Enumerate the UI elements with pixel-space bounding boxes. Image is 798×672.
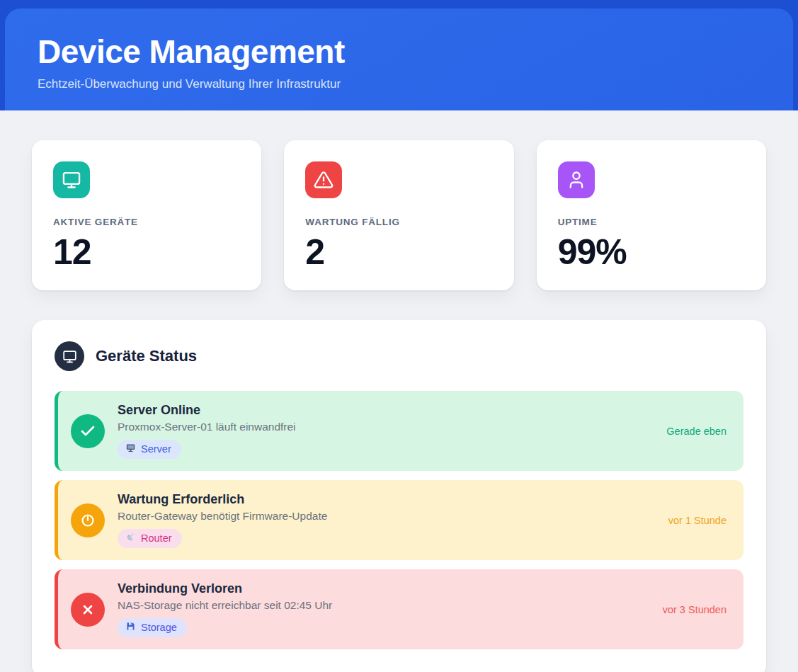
device-status-section: Geräte Status Server Online Proxmox-Serv… (32, 320, 766, 672)
status-item-timestamp: vor 1 Stunde (668, 515, 726, 526)
stats-row: AKTIVE GERÄTE 12 WARTUNG FÄLLIG 2 UPTIME… (32, 140, 766, 290)
monitor-icon (53, 161, 90, 198)
page-title: Device Management (38, 34, 760, 70)
status-item-body: Verbindung Verloren NAS-Storage nicht er… (118, 581, 332, 637)
status-section-title: Geräte Status (96, 347, 197, 365)
monitor-icon (55, 341, 84, 371)
device-type-badge: Server (118, 440, 181, 459)
badge-label: Storage (141, 622, 177, 633)
satellite-dish-icon (125, 532, 136, 545)
badge-label: Server (141, 443, 171, 455)
page-header: Device Management Echtzeit-Überwachung u… (5, 8, 793, 110)
status-item-timestamp: Gerade eben (666, 426, 726, 437)
stat-value: 99% (558, 232, 745, 273)
status-item-title: Verbindung Verloren (118, 581, 332, 596)
status-item-body: Server Online Proxmox-Server-01 läuft ei… (118, 403, 296, 459)
device-type-badge: Storage (118, 618, 187, 637)
desktop-computer-icon (125, 443, 136, 455)
x-icon (71, 593, 105, 627)
stat-card-active-devices: AKTIVE GERÄTE 12 (32, 140, 261, 290)
user-icon (558, 161, 595, 198)
stat-value: 2 (305, 232, 492, 273)
status-item-timestamp: vor 3 Stunden (663, 604, 726, 615)
stat-label: UPTIME (558, 217, 745, 227)
status-item-connection-lost[interactable]: Verbindung Verloren NAS-Storage nicht er… (55, 569, 743, 649)
alert-triangle-icon (305, 161, 342, 198)
stat-label: WARTUNG FÄLLIG (305, 217, 492, 227)
stat-label: AKTIVE GERÄTE (53, 217, 240, 227)
page-subtitle: Echtzeit-Überwachung und Verwaltung Ihre… (38, 77, 760, 91)
stat-value: 12 (53, 232, 240, 273)
floppy-disk-icon (125, 621, 136, 634)
status-item-description: Proxmox-Server-01 läuft einwandfrei (118, 421, 296, 433)
main-content: AKTIVE GERÄTE 12 WARTUNG FÄLLIG 2 UPTIME… (0, 110, 798, 672)
status-item-description: NAS-Storage nicht erreichbar seit 02:45 … (118, 599, 332, 612)
status-item-server-online[interactable]: Server Online Proxmox-Server-01 läuft ei… (55, 391, 743, 471)
check-icon (71, 414, 105, 448)
status-item-description: Router-Gateway benötigt Firmware-Update (118, 510, 327, 523)
status-section-header: Geräte Status (55, 341, 743, 371)
badge-label: Router (141, 533, 172, 544)
stat-card-uptime: UPTIME 99% (537, 140, 766, 290)
status-item-title: Wartung Erforderlich (118, 492, 327, 507)
status-item-maintenance-required[interactable]: Wartung Erforderlich Router-Gateway benö… (55, 480, 743, 560)
status-item-title: Server Online (118, 403, 296, 418)
clock-icon (71, 503, 105, 537)
device-type-badge: Router (118, 529, 182, 548)
status-item-body: Wartung Erforderlich Router-Gateway benö… (118, 492, 327, 548)
stat-card-maintenance-due: WARTUNG FÄLLIG 2 (284, 140, 513, 290)
top-banner: Device Management Echtzeit-Überwachung u… (0, 0, 798, 110)
